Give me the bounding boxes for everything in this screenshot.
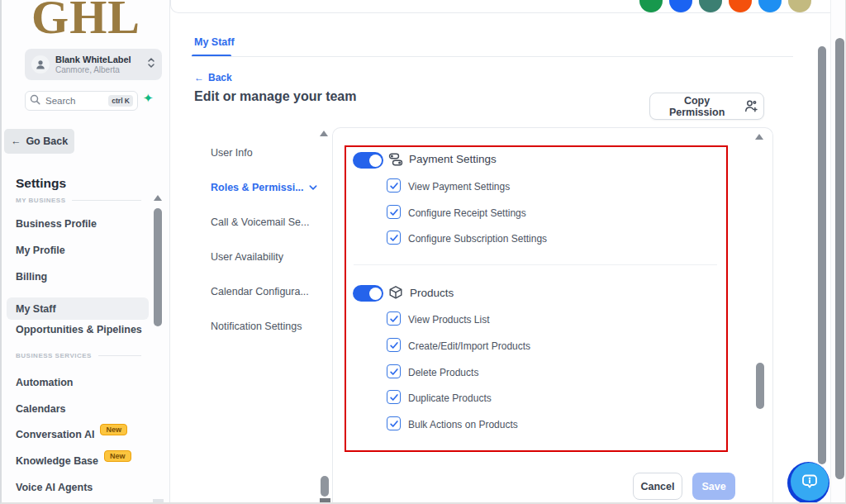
option-label: View Payment Settings xyxy=(408,181,510,193)
search-shortcut-badge: ctrl K xyxy=(108,95,133,107)
search-input[interactable]: Search ctrl K xyxy=(25,91,138,111)
checkbox-configure-subscription-settings[interactable] xyxy=(387,231,401,245)
save-button[interactable]: Save xyxy=(692,473,735,500)
user-plus-icon xyxy=(744,99,758,113)
sidebar-item-automation[interactable]: Automation xyxy=(16,377,73,388)
tab-bar-divider xyxy=(192,56,793,57)
scroll-up-arrow[interactable] xyxy=(755,134,763,140)
window-scrollbar-thumb[interactable] xyxy=(835,38,844,479)
workspace-info: Blank WhiteLabel Canmore, Alberta xyxy=(55,55,141,75)
checkbox-delete-products[interactable] xyxy=(387,364,401,378)
payment-settings-toggle[interactable] xyxy=(353,152,383,169)
app-window: GHL Blank WhiteLabel Canmore, Alberta xyxy=(0,0,846,504)
sidebar-item-my-staff[interactable]: My Staff xyxy=(7,297,149,320)
sidebar-item-billing[interactable]: Billing xyxy=(16,271,47,283)
content-scrollbar-thumb[interactable] xyxy=(818,46,826,464)
option-label: Create/Edit/Import Products xyxy=(408,340,530,352)
tab-my-staff[interactable]: My Staff xyxy=(194,36,235,48)
search-placeholder: Search xyxy=(45,96,75,106)
sidebar-item-conversation-ai[interactable]: Conversation AI New xyxy=(16,429,127,440)
sidebar-item-knowledge-base[interactable]: Knowledge Base New xyxy=(16,455,131,467)
profile-nav-user-info[interactable]: User Info xyxy=(211,147,253,159)
search-icon xyxy=(30,93,40,108)
payment-sliders-icon xyxy=(388,152,403,167)
option-label: Delete Products xyxy=(408,367,478,378)
section-header-my-business: MY BUSINESS xyxy=(16,197,141,204)
group-divider xyxy=(354,264,717,265)
profile-nav-user-availability[interactable]: User Availability xyxy=(211,251,283,263)
cancel-button[interactable]: Cancel xyxy=(633,473,682,500)
package-icon xyxy=(388,285,403,300)
chevron-down-icon xyxy=(308,183,318,193)
checkbox-duplicate-products[interactable] xyxy=(387,390,401,404)
go-back-label: Go Back xyxy=(26,136,68,147)
option-label: View Products List xyxy=(408,314,490,326)
back-arrow-icon: ← xyxy=(194,72,204,83)
sidebar-item-opportunities-pipelines[interactable]: Opportunities & Pipelines xyxy=(16,324,142,335)
products-toggle[interactable] xyxy=(353,285,383,302)
chat-bubble-icon xyxy=(799,471,820,492)
workspace-name: Blank WhiteLabel xyxy=(55,55,141,65)
scroll-up-arrow[interactable] xyxy=(320,131,328,136)
profile-nav-call-voicemail[interactable]: Call & Voicemail Se... xyxy=(211,216,310,228)
group-title: Payment Settings xyxy=(409,153,497,165)
new-badge: New xyxy=(104,450,131,462)
chat-widget-button[interactable] xyxy=(787,462,829,504)
back-link[interactable]: ← Back xyxy=(194,72,232,83)
sidebar-item-voice-ai-agents[interactable]: Voice AI Agents xyxy=(16,482,93,493)
sidebar-item-business-profile[interactable]: Business Profile xyxy=(16,218,97,230)
copy-permission-button[interactable]: Copy Permission xyxy=(649,93,764,120)
go-back-button[interactable]: ← Go Back xyxy=(4,129,74,154)
option-label: Configure Receipt Settings xyxy=(408,207,526,219)
chevron-updown-icon xyxy=(147,56,155,73)
panel-scrollbar-thumb[interactable] xyxy=(756,363,764,409)
option-label: Bulk Actions on Products xyxy=(408,419,518,430)
brand-logo: GHL xyxy=(2,0,170,45)
profile-nav-calendar-configuration[interactable]: Calendar Configura... xyxy=(211,286,309,297)
checkbox-view-products-list[interactable] xyxy=(387,311,401,326)
profile-nav-notification-settings[interactable]: Notification Settings xyxy=(211,321,302,332)
workspace-location: Canmore, Alberta xyxy=(55,65,141,75)
ai-sparkle-icon[interactable]: ✦ xyxy=(143,91,154,106)
profile-nav-roles-permissions[interactable]: Roles & Permissi... xyxy=(211,182,318,193)
scroll-down-arrow[interactable] xyxy=(153,499,164,504)
sidebar-item-calendars[interactable]: Calendars xyxy=(16,403,65,415)
new-badge: New xyxy=(100,424,127,435)
checkbox-bulk-actions-on-products[interactable] xyxy=(387,416,401,430)
option-label: Configure Subscription Settings xyxy=(408,233,547,245)
scroll-up-arrow[interactable] xyxy=(154,195,162,201)
back-arrow-icon: ← xyxy=(11,136,21,147)
nav-scrollbar-thumb[interactable] xyxy=(321,476,329,497)
checkbox-view-payment-settings[interactable] xyxy=(387,178,401,193)
page-title: Edit or manage your team xyxy=(194,89,357,104)
checkbox-create-edit-import-products[interactable] xyxy=(387,338,401,352)
person-icon xyxy=(35,59,46,70)
workspace-switcher[interactable]: Blank WhiteLabel Canmore, Alberta xyxy=(25,49,162,80)
scroll-down-arrow[interactable] xyxy=(320,498,330,504)
section-header-business-services: BUSINESS SERVICES xyxy=(16,352,141,359)
checkbox-configure-receipt-settings[interactable] xyxy=(387,205,401,219)
avatar xyxy=(31,55,50,74)
group-title: Products xyxy=(410,287,454,299)
sidebar-scrollbar-thumb[interactable] xyxy=(154,208,162,326)
settings-heading: Settings xyxy=(16,176,66,191)
sidebar: GHL Blank WhiteLabel Canmore, Alberta xyxy=(2,0,170,504)
sidebar-item-my-profile[interactable]: My Profile xyxy=(16,245,65,256)
option-label: Duplicate Products xyxy=(408,392,492,404)
